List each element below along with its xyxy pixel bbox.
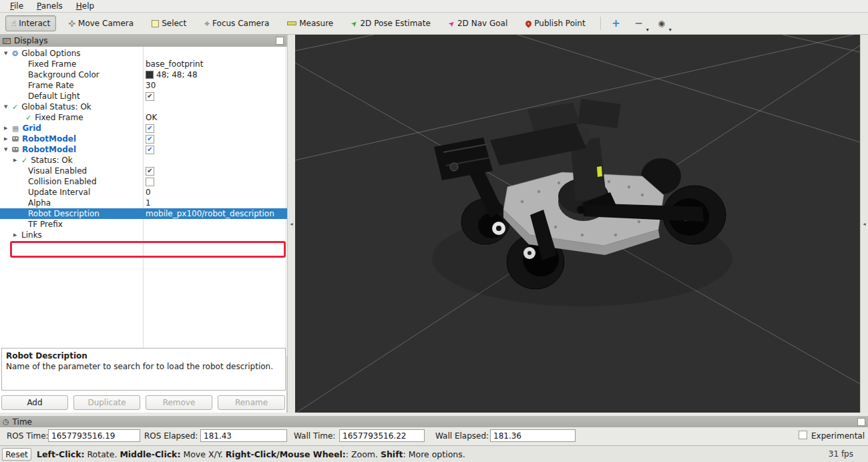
row-label: Default Light [28, 91, 80, 101]
displays-panel: Displays ▼ ❂ Global Options Fixed Frame … [0, 35, 287, 413]
chevron-down-icon[interactable]: ▾ [646, 27, 649, 33]
row-value[interactable]: 1 [146, 198, 151, 208]
expand-arrow-icon[interactable]: ▶ [13, 158, 21, 163]
menu-bar: File Panels Help [0, 0, 868, 13]
tool-focus-camera-button[interactable]: ⌖ Focus Camera [198, 15, 275, 31]
expand-arrow-icon[interactable]: ▶ [4, 126, 12, 131]
row-value[interactable]: mobile_px100/robot_description [146, 209, 274, 218]
tool-label: 2D Nav Goal [457, 19, 507, 28]
green-arrow-icon: ➤ [350, 19, 359, 28]
float-panel-button[interactable] [276, 37, 284, 45]
menu-file[interactable]: File [4, 1, 29, 11]
tree-row-fixed-frame[interactable]: Fixed Frame base_footprint [0, 59, 287, 69]
right-dock-handle[interactable]: ◂ [860, 35, 868, 413]
tree-row-status-ok[interactable]: ▶ ✓ Status: Ok [0, 155, 287, 166]
wall-elapsed-input[interactable] [490, 429, 576, 442]
expand-arrow-icon[interactable]: ▶ [13, 232, 21, 238]
wall-time-input[interactable] [339, 429, 425, 442]
tree-row-robotmodel-1[interactable]: ▶ RobotModel ✔ [0, 134, 287, 144]
tool-properties-button[interactable]: ◉ ▾ [653, 15, 670, 31]
tree-row-links[interactable]: ▶ Links [0, 230, 287, 240]
tree-row-visual-enabled[interactable]: Visual Enabled ✔ [0, 166, 287, 176]
menu-panels[interactable]: Panels [31, 1, 69, 11]
checkbox[interactable]: ✔ [146, 92, 154, 101]
ros-time-input[interactable] [48, 429, 140, 442]
monitor-icon [3, 38, 11, 44]
row-value[interactable]: 30 [146, 81, 156, 90]
tool-move-camera-button[interactable]: ✜ Move Camera [62, 15, 140, 31]
checkbox[interactable]: ✔ [146, 135, 154, 144]
tree-row-global-options[interactable]: ▼ ❂ Global Options [0, 48, 287, 59]
left-dock-handle[interactable]: ◂ [287, 35, 295, 413]
row-value[interactable]: 48; 48; 48 [156, 70, 198, 79]
tree-row-alpha[interactable]: Alpha 1 [0, 198, 287, 208]
row-value[interactable]: base_footprint [146, 59, 203, 69]
tool-label: Select [162, 19, 186, 28]
tool-select-button[interactable]: Select [146, 15, 192, 31]
tree-row-robot-description[interactable]: Robot Description mobile_px100/robot_des… [0, 208, 287, 219]
remove-button[interactable]: Remove [146, 395, 212, 410]
tree-row-background-color[interactable]: Background Color 48; 48; 48 [0, 69, 287, 80]
rename-button[interactable]: Rename [218, 395, 285, 410]
experimental-checkbox[interactable] [799, 431, 807, 439]
crosshair-icon: ⌖ [204, 19, 210, 28]
tool-label: Measure [299, 19, 333, 28]
gear-icon: ❂ [12, 49, 18, 58]
tree-row-grid[interactable]: ▶ ▦ Grid ✔ [0, 123, 287, 134]
tree-row-tf-prefix[interactable]: TF Prefix [0, 219, 287, 230]
add-button[interactable]: Add [1, 395, 68, 410]
row-label: Links [21, 230, 42, 240]
duplicate-button[interactable]: Duplicate [73, 395, 140, 410]
check-icon: ✔ [147, 125, 152, 132]
status-ok-icon: ✓ [12, 103, 18, 111]
time-panel-titlebar[interactable]: ◷ Time [0, 416, 868, 427]
expand-arrow-icon[interactable]: ▼ [4, 104, 12, 109]
tree-row-collision-enabled[interactable]: Collision Enabled [0, 176, 287, 187]
toolbar-separator [600, 17, 601, 30]
tool-interact-button[interactable]: ☝ Interact [5, 15, 56, 31]
row-label: TF Prefix [28, 220, 63, 229]
row-label: Frame Rate [28, 81, 74, 90]
expand-arrow-icon[interactable]: ▼ [4, 51, 12, 56]
tree-row-robotmodel-2[interactable]: ▼ RobotModel ✔ [0, 144, 287, 155]
remove-tool-button[interactable]: − ▾ [630, 15, 648, 31]
row-label: Fixed Frame [28, 59, 76, 69]
viewport-scene [295, 35, 860, 413]
expand-arrow-icon[interactable]: ▼ [4, 147, 12, 152]
row-label: Update Interval [28, 188, 90, 197]
tool-measure-button[interactable]: Measure [281, 15, 339, 31]
chevron-down-icon[interactable]: ▾ [669, 27, 672, 33]
time-panel-body: ROS Time: ROS Elapsed: Wall Time: Wall E… [0, 427, 868, 445]
3d-viewport[interactable] [295, 35, 860, 413]
checkbox[interactable]: ✔ [146, 124, 154, 133]
measure-icon [287, 21, 296, 25]
tree-row-update-interval[interactable]: Update Interval 0 [0, 187, 287, 198]
checkbox[interactable] [146, 178, 154, 186]
reset-button[interactable]: Reset [2, 448, 31, 461]
tool-publish-point-button[interactable]: Publish Point [519, 15, 591, 31]
row-value[interactable]: 0 [146, 188, 151, 197]
tree-row-frame-rate[interactable]: Frame Rate 30 [0, 80, 287, 91]
tree-row-fixed-frame-status[interactable]: ✓ Fixed Frame OK [0, 112, 287, 123]
description-title: Robot Description [6, 351, 281, 362]
expand-arrow-icon[interactable]: ▶ [4, 136, 12, 142]
displays-panel-titlebar[interactable]: Displays [0, 35, 286, 47]
clock-icon: ◷ [3, 417, 9, 426]
add-tool-button[interactable]: + [608, 15, 625, 31]
tool-label: 2D Pose Estimate [360, 19, 430, 28]
tool-label: Interact [19, 19, 50, 28]
tree-row-default-light[interactable]: Default Light ✔ [0, 91, 287, 101]
time-panel-title: Time [13, 417, 32, 427]
tool-2d-pose-estimate-button[interactable]: ➤ 2D Pose Estimate [345, 15, 437, 31]
tree-row-global-status[interactable]: ▼ ✓ Global Status: Ok [0, 101, 287, 112]
checkbox[interactable]: ✔ [146, 146, 154, 154]
color-swatch[interactable] [146, 71, 154, 79]
ros-elapsed-input[interactable] [200, 429, 287, 442]
row-label: Global Status: Ok [21, 102, 91, 111]
displays-tree: ▼ ❂ Global Options Fixed Frame base_foot… [0, 47, 287, 356]
tool-2d-nav-goal-button[interactable]: ➤ 2D Nav Goal [443, 15, 513, 31]
row-label: Visual Enabled [28, 166, 87, 176]
menu-help[interactable]: Help [70, 1, 100, 11]
float-panel-button[interactable] [857, 418, 865, 426]
checkbox[interactable]: ✔ [146, 167, 154, 176]
